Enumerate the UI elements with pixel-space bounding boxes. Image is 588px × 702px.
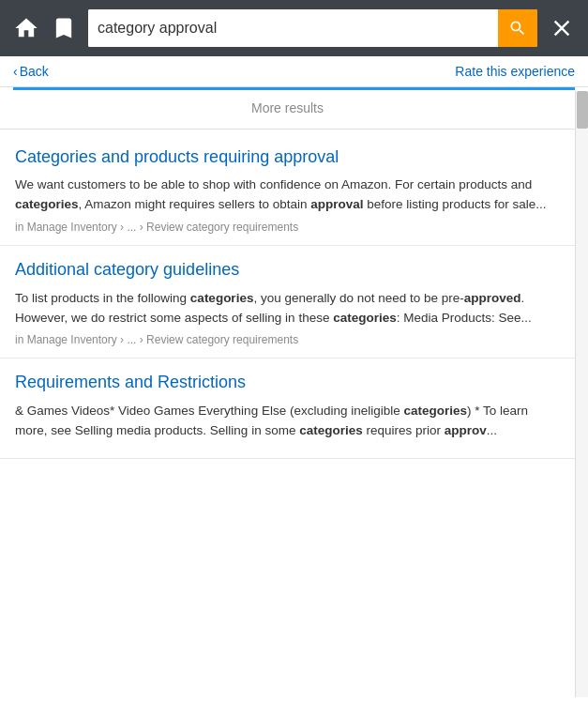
result-item: Additional category guidelines To list p… xyxy=(0,246,575,359)
rate-experience-link[interactable]: Rate this experience xyxy=(455,64,575,79)
result-description: We want customers to be able to shop wit… xyxy=(15,176,560,215)
home-icon[interactable] xyxy=(9,11,43,45)
result-title[interactable]: Categories and products requiring approv… xyxy=(15,146,560,168)
result-path: in Manage Inventory › ... › Review categ… xyxy=(15,221,560,234)
back-chevron-icon: ‹ xyxy=(13,64,18,79)
nav-icons xyxy=(9,11,81,45)
result-path: in Manage Inventory › ... › Review categ… xyxy=(15,333,560,346)
result-title[interactable]: Requirements and Restrictions xyxy=(15,372,560,393)
scrollbar-thumb[interactable] xyxy=(577,91,588,129)
top-bar xyxy=(0,0,588,56)
result-description: & Games Videos* Video Games Everything E… xyxy=(15,402,560,441)
more-results-label: More results xyxy=(0,91,575,130)
content-wrapper: More results Categories and products req… xyxy=(0,91,588,697)
content-area: More results Categories and products req… xyxy=(0,91,575,697)
search-box xyxy=(88,9,537,47)
back-link[interactable]: ‹ Back xyxy=(13,64,49,79)
scrollbar-track[interactable] xyxy=(575,91,588,697)
close-button[interactable] xyxy=(545,11,579,45)
back-label: Back xyxy=(20,64,49,79)
bookmark-icon[interactable] xyxy=(47,11,81,45)
result-title[interactable]: Additional category guidelines xyxy=(15,259,560,281)
nav-bar: ‹ Back Rate this experience xyxy=(0,56,588,87)
search-button[interactable] xyxy=(498,9,537,47)
search-input[interactable] xyxy=(88,9,498,47)
result-item: Categories and products requiring approv… xyxy=(0,133,575,246)
result-item: Requirements and Restrictions & Games Vi… xyxy=(0,359,575,458)
result-description: To list products in the following catego… xyxy=(15,289,560,328)
